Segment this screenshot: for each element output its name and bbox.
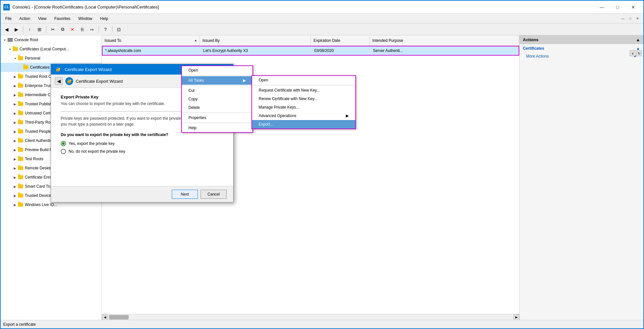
submenu-arrow: ▶: [243, 78, 246, 83]
cancel-button[interactable]: Cancel: [201, 190, 227, 199]
radio-no-label: No, do not export the private key: [69, 149, 125, 154]
dialog-nav-title: Certificate Export Wizard: [76, 79, 123, 84]
ctx-sep-2: [182, 85, 252, 86]
radio-no-option[interactable]: No, do not export the private key: [61, 149, 223, 154]
dialog-back-button[interactable]: ◀: [55, 77, 63, 85]
ctx-open[interactable]: Open: [182, 66, 252, 75]
context-menu: Open All Tasks ▶ Cut Copy Delete Propert…: [181, 65, 253, 133]
radio-yes-dot: [62, 142, 65, 145]
advanced-arrow: ▶: [346, 113, 349, 118]
ctx-sep-3: [182, 113, 252, 113]
radio-yes-label: Yes, export the private key: [69, 141, 115, 146]
sub-open[interactable]: Open: [252, 76, 355, 84]
sub-renew[interactable]: Renew Certificate with New Key...: [252, 95, 355, 103]
dialog-title-text: 🔐 Certificate Export Wizard: [54, 65, 112, 73]
ctx-properties[interactable]: Properties: [182, 113, 252, 122]
dialog-footer: Next Cancel: [51, 186, 233, 202]
next-button[interactable]: Next: [172, 190, 198, 199]
dialog-question: Do you want to export the private key wi…: [61, 132, 223, 137]
ctx-cut[interactable]: Cut: [182, 86, 252, 95]
radio-yes-button[interactable]: [61, 141, 66, 146]
sub-sep-1: [252, 85, 355, 85]
wizard-icon: 🔐: [54, 65, 62, 73]
ctx-sep-1: [182, 75, 252, 76]
radio-no-button[interactable]: [61, 149, 66, 154]
sub-manage-keys[interactable]: Manage Private Keys...: [252, 103, 355, 112]
sub-export[interactable]: Export...: [252, 120, 355, 129]
ctx-sep-4: [182, 123, 252, 123]
radio-yes-option[interactable]: Yes, export the private key: [61, 141, 223, 146]
all-tasks-submenu: Open Request Certificate with New Key...…: [251, 75, 356, 129]
dialog-nav-icon: 🔐: [65, 77, 73, 85]
sub-request[interactable]: Request Certificate with New Key...: [252, 86, 355, 95]
ctx-all-tasks[interactable]: All Tasks ▶: [182, 76, 252, 85]
ctx-copy[interactable]: Copy: [182, 95, 252, 103]
dialog-overlay: 🔐 Certificate Export Wizard ✕ ◀ 🔐 Certif…: [0, 0, 644, 329]
ctx-help[interactable]: Help: [182, 124, 252, 132]
sub-advanced[interactable]: Advanced Operations ▶: [252, 112, 355, 120]
ctx-delete[interactable]: Delete: [182, 103, 252, 112]
